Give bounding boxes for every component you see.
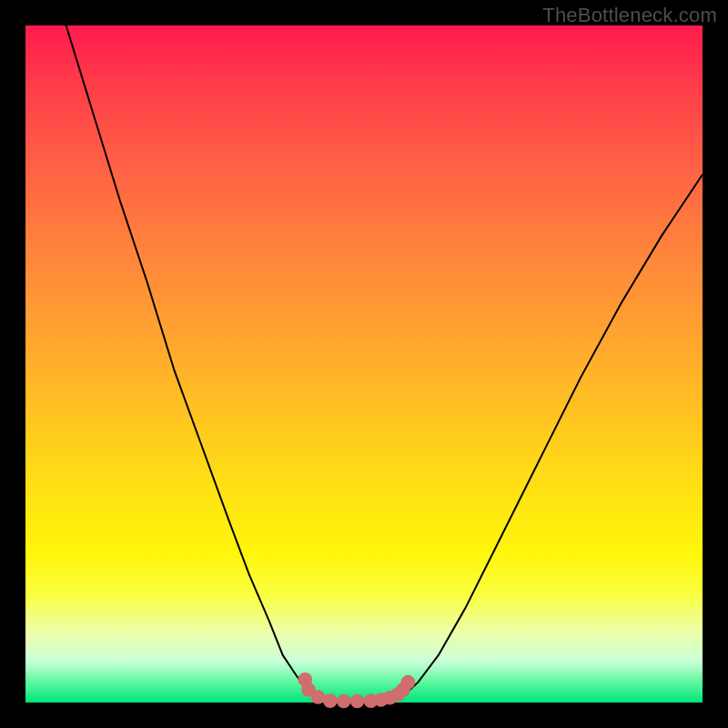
bottleneck-curve-svg (25, 25, 703, 703)
valley-marker-dot (350, 694, 365, 709)
valley-marker-dot (311, 690, 326, 704)
valley-marker-dot (337, 694, 351, 709)
plot-area (25, 25, 703, 703)
valley-markers (298, 672, 415, 708)
bottleneck-curve (66, 25, 703, 702)
valley-marker-dot (401, 675, 416, 690)
outer-frame: TheBottleneck.com (0, 0, 728, 728)
watermark-text: TheBottleneck.com (542, 4, 717, 27)
valley-marker-dot (323, 693, 338, 708)
